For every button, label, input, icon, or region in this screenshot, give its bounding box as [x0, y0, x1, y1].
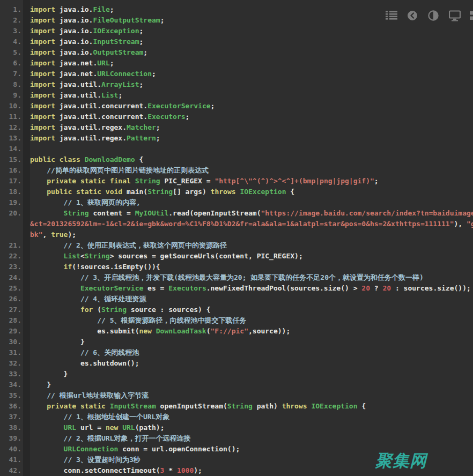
code-row: 24.// 3、开启线程池，并发下载(线程池最大容量为20; 如果要下载的任务不… — [0, 272, 473, 283]
code-token: content = — [89, 209, 135, 217]
code-token: import — [30, 59, 55, 67]
code-row: 10.import java.util.concurrent.ExecutorS… — [0, 101, 473, 111]
code-token: java.util.regex. — [55, 134, 127, 142]
code-row: 29.es.submit(new DownLoadTask("F://pic",… — [0, 326, 473, 337]
code-token: import — [30, 102, 55, 110]
code-token: { — [135, 155, 144, 163]
list-icon[interactable] — [386, 11, 397, 20]
code-token: // 6、关闭线程池 — [80, 348, 139, 356]
code-row: 36.private static InputStream openInputS… — [0, 401, 473, 412]
monitor-icon[interactable] — [449, 10, 461, 21]
code-row: 28.// 5、根据资源路径，向线程池中提交下载任务 — [0, 315, 473, 326]
code-token: source : sources) { — [127, 306, 211, 314]
code-text: // 3、设置超时间为3秒 — [30, 455, 141, 465]
code-token: Matcher — [127, 123, 156, 131]
code-token: openInputStream( — [156, 402, 227, 410]
line-number: 15. — [0, 154, 21, 165]
code-text: private static final String PIC_REGEX = … — [30, 176, 379, 187]
code-text: for (String source : sources) { — [30, 304, 211, 315]
code-row: 3.import java.io.IOException; — [0, 26, 473, 36]
code-row: 33.} — [0, 369, 473, 380]
code-row: 18.public static void main(String[] args… — [0, 187, 473, 197]
code-row: 31.// 6、关闭线程池 — [0, 347, 473, 358]
code-text: import java.net.URLConnection; — [30, 69, 156, 79]
code-editor[interactable]: 1.import java.io.File;2.import java.io.F… — [0, 4, 473, 476]
code-token — [118, 423, 122, 432]
code-token: import — [30, 113, 55, 121]
code-text: import java.io.InputStream; — [30, 36, 143, 47]
line-number: 29. — [0, 326, 21, 337]
code-row: 30.} — [0, 337, 473, 347]
columns-icon-clipped[interactable] — [470, 10, 473, 21]
code-text: bk", true); — [30, 229, 76, 240]
code-token: public class — [30, 155, 80, 163]
code-text: // 6、关闭线程池 — [30, 347, 139, 358]
code-token: ; — [156, 134, 160, 142]
code-token: ? — [370, 284, 382, 292]
code-text: import java.util.ArrayList; — [30, 79, 143, 90]
code-token: InputStream — [110, 402, 156, 410]
code-row: 7.import java.net.URLConnection; — [0, 69, 473, 79]
code-text: import java.io.OutputStream; — [30, 47, 147, 58]
line-number: 26. — [0, 294, 21, 304]
code-token: 1000 — [177, 466, 194, 474]
line-number: 32. — [0, 358, 21, 369]
code-text: String content = MyIOUtil.read(openInput… — [30, 208, 473, 219]
code-token: URL — [97, 59, 109, 67]
code-token: ArrayList — [101, 80, 139, 88]
code-text: import java.util.regex.Pattern; — [30, 133, 160, 144]
code-row: 11.import java.util.concurrent.Executors… — [0, 111, 473, 122]
code-token: // 4、循环处理资源 — [80, 295, 146, 303]
code-token: for — [80, 306, 93, 314]
code-token: java.util. — [55, 80, 101, 88]
code-token: IOException — [240, 188, 286, 196]
code-text: // 3、开启线程池，并发下载(线程池最大容量为20; 如果要下载的任务不足20… — [30, 272, 424, 283]
line-number: 31. — [0, 347, 21, 358]
code-token — [152, 327, 156, 335]
code-text: public static void main(String[] args) t… — [30, 187, 294, 197]
code-token: ; — [186, 113, 190, 121]
code-token: // 2、使用正则表达式，获取这个网页中的资源路径 — [64, 241, 227, 249]
back-icon[interactable] — [407, 10, 418, 21]
code-token: DownloadDemo — [85, 155, 135, 163]
code-row-wrap: bk", true); — [0, 229, 473, 240]
code-token: { — [286, 188, 294, 196]
code-token: ,source)); — [248, 327, 290, 335]
code-text: // 4、循环处理资源 — [30, 294, 146, 304]
code-token: import — [30, 70, 55, 78]
code-token: // 3、设置超时间为3秒 — [64, 456, 141, 464]
code-token: ), — [454, 220, 467, 228]
code-token: < — [80, 252, 85, 260]
code-text: es.shutdown(); — [30, 358, 139, 369]
line-number: 13. — [0, 133, 21, 144]
contrast-icon[interactable] — [428, 10, 439, 21]
code-text: import java.util.List; — [30, 90, 122, 101]
line-number: 36. — [0, 401, 21, 412]
code-text: // 2、使用正则表达式，获取这个网页中的资源路径 — [30, 240, 227, 251]
code-token: import — [30, 80, 55, 88]
code-token: } — [47, 381, 51, 389]
line-number: 19. — [0, 197, 21, 208]
code-token: import — [30, 91, 55, 99]
line-number: 25. — [0, 283, 21, 294]
code-token: List — [64, 252, 80, 260]
code-token: ; — [139, 38, 144, 46]
code-token: String — [101, 306, 127, 314]
code-token: conn = url.openConnection(); — [118, 445, 240, 453]
code-row: 8.import java.util.ArrayList; — [0, 79, 473, 90]
line-number: 23. — [0, 262, 21, 272]
line-number: 18. — [0, 187, 21, 197]
code-text: &ct=201326592&lm=-1&cl=2&ie=gbk&word=%C1… — [30, 219, 473, 229]
code-token: // 5、根据资源路径，向线程池中提交下载任务 — [97, 316, 246, 324]
watermark: 聚集网 — [375, 451, 427, 470]
code-token: Executors — [147, 113, 185, 121]
code-token: java.io. — [55, 38, 93, 46]
code-token: > sources = getSourceUrls(content, PIC_R… — [110, 252, 303, 260]
line-number: 3. — [0, 26, 21, 36]
code-text: List<String> sources = getSourceUrls(con… — [30, 251, 303, 262]
code-row: 17.private static final String PIC_REGEX… — [0, 176, 473, 187]
code-token: .read(openInputStream( — [168, 209, 261, 217]
code-row-wrap: &ct=201326592&lm=-1&cl=2&ie=gbk&word=%C1… — [0, 219, 473, 229]
code-token: "g — [467, 220, 473, 228]
toolbar — [0, 0, 473, 26]
